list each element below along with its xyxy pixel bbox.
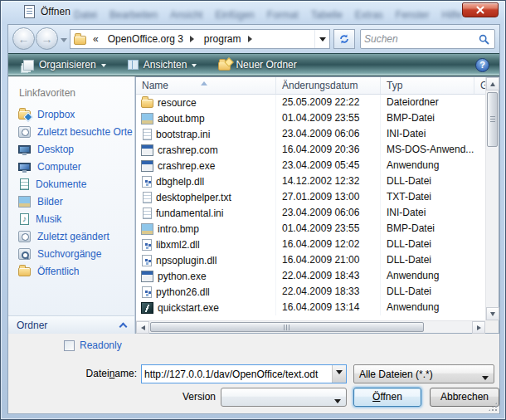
file-name: python.exe [158, 271, 207, 282]
readonly-checkbox[interactable] [64, 340, 75, 351]
views-label: Ansichten [144, 59, 187, 71]
close-button[interactable] [462, 2, 499, 17]
views-button[interactable]: Ansichten [121, 56, 204, 73]
file-name: dbghelp.dll [156, 176, 204, 188]
scroll-left-button[interactable] [136, 321, 149, 334]
file-date: 27.01.2009 13:00 [276, 189, 381, 205]
sidebar-item-label: Suchvorgänge [37, 248, 101, 260]
file-row[interactable]: libxml2.dll 16.04.2009 12:02 DLL-Datei [136, 237, 485, 252]
titlebar[interactable]: DateiBearbeitenAnsichtEinfügenFormatTabe… [1, 1, 506, 24]
history-dropdown-icon[interactable] [61, 38, 67, 46]
cancel-button[interactable]: Abbrechen [430, 388, 499, 407]
file-row[interactable]: intro.bmp 01.04.2009 23:55 BMP-Datei [136, 221, 485, 237]
sidebar-item[interactable]: Öffentlich [8, 262, 134, 280]
file-row[interactable]: resource 25.05.2009 22:22 Dateiordner [136, 95, 485, 110]
organize-label: Organisieren [39, 59, 96, 71]
window-title: Öffnen [41, 6, 71, 17]
help-icon: ? [479, 60, 485, 70]
sidebar-item[interactable]: Computer [8, 158, 134, 175]
column-header[interactable]: Typ [381, 77, 474, 94]
file-date: 22.04.2009 18:43 [276, 268, 381, 284]
column-header[interactable]: Änderungsdatum [276, 77, 381, 94]
file-row[interactable]: about.bmp 01.04.2009 23:55 BMP-Datei [136, 110, 485, 126]
sidebar-item-label: Zuletzt geändert [37, 231, 109, 242]
file-row[interactable]: dbghelp.dll 14.12.2002 12:32 DLL-Datei [136, 173, 485, 189]
file-name: resource [158, 97, 197, 109]
breadcrumb-segment-program[interactable]: program [198, 30, 247, 48]
file-name: desktophelper.txt [156, 192, 231, 203]
refresh-button[interactable] [333, 29, 355, 49]
back-arrow-icon: ← [18, 32, 30, 46]
scroll-right-button[interactable] [472, 321, 485, 334]
file-row[interactable]: fundamental.ini 23.04.2009 06:06 INI-Dat… [136, 205, 485, 221]
file-name: crashrep.com [158, 144, 218, 156]
chevron-down-icon [101, 64, 106, 70]
sidebar-item-label: Dokumente [36, 178, 86, 190]
forward-arrow-icon: → [41, 32, 53, 46]
forward-button[interactable]: → [36, 27, 58, 50]
desktop-icon [18, 145, 31, 154]
folders-expander[interactable]: Ordner [8, 315, 134, 334]
search-box [360, 29, 495, 49]
file-name-cell: python.exe [136, 268, 276, 284]
file-type-value: Alle Dateien (*.*) [359, 369, 433, 380]
organize-icon [23, 60, 34, 71]
readonly-option[interactable]: Readonly [64, 339, 122, 351]
breadcrumb-segment-openoffice[interactable]: OpenOffice.org 3 [102, 30, 189, 48]
chevron-down-icon [336, 370, 343, 378]
new-folder-button[interactable]: Neuer Ordner [212, 56, 303, 73]
horizontal-scroll-thumb[interactable] [150, 322, 424, 332]
filename-input[interactable] [142, 365, 332, 383]
file-type-select[interactable]: Alle Dateien (*.*) [353, 364, 494, 383]
sidebar-item[interactable]: Musik [8, 210, 134, 227]
column-headers: NameÄnderungsdatumTypG [136, 77, 499, 95]
address-dropdown-button[interactable] [314, 30, 329, 48]
filename-dropdown-button[interactable] [332, 365, 346, 383]
sidebar-item-label: Bilder [37, 196, 63, 208]
file-name: intro.bmp [158, 223, 199, 235]
background-menu-item: Format [267, 9, 299, 21]
sidebar-item[interactable]: Dokumente [8, 175, 134, 193]
sidebar-item[interactable]: Bilder [8, 193, 134, 210]
open-button[interactable]: Öffnen [353, 388, 421, 407]
sidebar-item-label: Computer [37, 161, 81, 173]
file-row[interactable]: quickstart.exe 16.04.2009 13:14 Anwendun… [136, 300, 485, 315]
file-row[interactable]: python26.dll 22.04.2009 18:33 DLL-Datei [136, 284, 485, 300]
sidebar-item[interactable]: Dropbox [8, 105, 134, 123]
background-menu-item: Hilfe [442, 9, 462, 21]
file-name-cell: python26.dll [136, 284, 276, 300]
sidebar-item[interactable]: Zuletzt besuchte Orte [8, 123, 134, 140]
file-row[interactable]: crashrep.exe 23.04.2009 05:45 Anwendung [136, 158, 485, 173]
breadcrumb-overflow[interactable]: « [93, 33, 99, 45]
chevron-down-icon [319, 37, 326, 45]
file-row[interactable]: desktophelper.txt 27.01.2009 13:00 TXT-D… [136, 189, 485, 205]
address-breadcrumb[interactable]: « OpenOffice.org 3 program [70, 29, 330, 49]
scrollbar-corner [485, 320, 499, 333]
search-input[interactable] [362, 32, 474, 46]
horizontal-scrollbar[interactable] [136, 320, 485, 333]
help-button[interactable]: ? [475, 58, 489, 72]
back-button[interactable]: ← [12, 27, 35, 50]
app-icon [141, 160, 153, 172]
file-row[interactable]: bootstrap.ini 23.04.2009 06:06 INI-Datei [136, 126, 485, 142]
sidebar-item[interactable]: Zuletzt geändert [8, 227, 134, 245]
sidebar-item[interactable]: Suchvorgänge [8, 245, 134, 262]
file-row[interactable]: python.exe 22.04.2009 18:43 Anwendung [136, 268, 485, 284]
scroll-up-button[interactable] [486, 77, 499, 90]
dll-icon [142, 255, 152, 266]
file-type: Anwendung [381, 158, 485, 173]
file-row[interactable]: crashrep.com 16.04.2009 20:36 MS-DOS-Anw… [136, 142, 485, 158]
sidebar-item[interactable]: Desktop [8, 140, 134, 158]
file-type: MS-DOS-Anwend... [381, 142, 485, 158]
organize-button[interactable]: Organisieren [17, 56, 113, 73]
recent-icon [18, 126, 31, 138]
version-select[interactable] [221, 388, 347, 407]
scroll-down-button[interactable] [486, 307, 499, 320]
file-date: 14.12.2002 12:32 [276, 173, 381, 189]
vertical-scroll-thumb[interactable] [487, 92, 498, 147]
file-row[interactable]: npsoplugin.dll 16.04.2009 21:00 DLL-Date… [136, 252, 485, 268]
vertical-scrollbar[interactable] [485, 77, 499, 320]
documents-icon [20, 178, 29, 190]
file-type: Anwendung [381, 300, 485, 315]
file-date: 01.04.2009 23:55 [276, 110, 381, 126]
